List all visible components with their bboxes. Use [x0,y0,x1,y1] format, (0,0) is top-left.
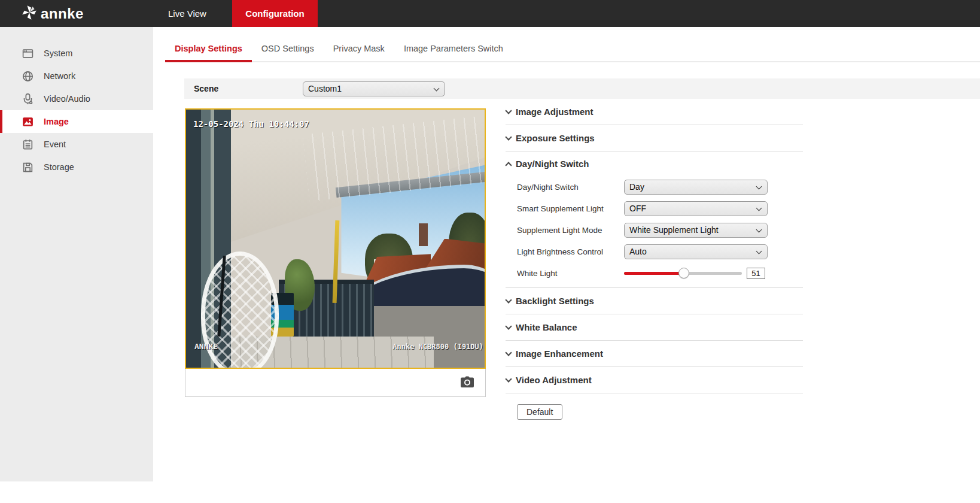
section-image-enhancement: Image Enhancement [506,341,803,367]
section-header-image-adjustment[interactable]: Image Adjustment [506,99,803,125]
setting-row-supplement-light-mode: Supplement Light Mode White Supplement L… [506,219,803,241]
sidebar-item-label: Video/Audio [44,94,90,104]
chevron-down-icon [505,323,512,329]
section-backlight-settings: Backlight Settings [506,288,803,314]
nav-configuration[interactable]: Configuration [232,0,318,27]
chevron-down-icon [505,349,512,356]
section-exposure-settings: Exposure Settings [506,125,803,151]
section-title: Exposure Settings [516,133,595,143]
setting-row-white-light: White Light [506,262,803,284]
image-picture-icon [22,116,34,128]
chevron-down-icon [756,183,762,189]
preview-toolbar [185,369,486,397]
scene-chair-pole [218,256,226,337]
chevron-down-icon [756,248,762,254]
osd-watermark-left: ANNKE [194,342,218,351]
osd-timestamp: 12-05-2024 Thu 10:44:07 [193,119,309,129]
chevron-down-icon [505,107,512,114]
section-title: Image Adjustment [516,107,593,117]
section-header-day-night-switch[interactable]: Day/Night Switch [506,151,803,176]
section-header-image-enhancement[interactable]: Image Enhancement [506,341,803,366]
setting-row-light-brightness-control: Light Brightness Control Auto [506,241,803,262]
setting-label: Day/Night Switch [517,183,624,192]
sidebar-item-storage[interactable]: Storage [0,156,153,178]
osd-watermark-right: Annke NCBR800 (I91DU) [392,343,483,351]
section-title: Day/Night Switch [516,159,589,169]
chevron-down-icon [756,226,762,232]
camera-preview: 12-05-2024 Thu 10:44:07 ANNKE Annke NCBR… [185,108,486,369]
select-value: OFF [629,204,646,213]
day-night-rows: Day/Night Switch Day Smart Supplement Li… [506,176,803,287]
scene-select-value: Custom1 [308,84,342,93]
sidebar-item-image[interactable]: Image [0,110,153,133]
sidebar-item-label: Network [44,71,75,81]
system-window-icon [22,47,34,60]
settings-tabbar: Display Settings OSD Settings Privacy Ma… [165,36,980,62]
event-note-icon [22,138,34,151]
image-settings-panel: Image Adjustment Exposure Settings Day/N… [506,99,803,420]
tab-display-settings[interactable]: Display Settings [165,36,252,61]
sidebar-item-label: Event [44,140,66,149]
select-value: Day [629,182,644,192]
select-value: White Supplement Light [629,225,719,235]
tab-image-parameters-switch[interactable]: Image Parameters Switch [394,36,513,61]
section-header-video-adjustment[interactable]: Video Adjustment [506,367,803,393]
microphone-icon [22,93,34,105]
setting-label: Smart Supplement Light [517,204,624,213]
sidebar-item-label: System [44,49,72,58]
sidebar-item-label: Image [44,117,69,126]
scene-select[interactable]: Custom1 [303,81,445,96]
select-value: Auto [629,247,647,256]
topbar: annke Live View Configuration [0,0,980,27]
nav-live-view[interactable]: Live View [154,0,220,27]
chevron-down-icon [505,296,512,303]
section-title: Backlight Settings [516,296,594,306]
white-light-slider[interactable] [624,268,742,278]
setting-row-smart-supplement-light: Smart Supplement Light OFF [506,198,803,219]
storage-disk-icon [22,161,34,174]
setting-row-day-night-switch: Day/Night Switch Day [506,176,803,198]
scene-chimney [419,223,428,247]
section-header-white-balance[interactable]: White Balance [506,314,803,340]
network-globe-icon [22,70,34,83]
smart-supplement-light-select[interactable]: OFF [624,201,768,216]
brand-logo: annke [20,0,84,27]
white-light-slider-thumb[interactable] [678,268,689,278]
annke-star-icon [20,4,38,24]
section-header-exposure-settings[interactable]: Exposure Settings [506,125,803,151]
supplement-light-mode-select[interactable]: White Supplement Light [624,223,768,238]
scene-hanging-chair [201,252,279,369]
white-light-slider-fill [624,272,684,275]
chevron-down-icon [505,375,512,382]
section-day-night-switch: Day/Night Switch Day/Night Switch Day Sm… [506,151,803,288]
day-night-switch-select[interactable]: Day [624,180,768,195]
sidebar-item-event[interactable]: Event [0,133,153,156]
section-video-adjustment: Video Adjustment [506,367,803,393]
setting-label: White Light [517,269,624,278]
section-white-balance: White Balance [506,314,803,341]
chevron-down-icon [434,86,440,92]
sidebar-item-label: Storage [44,162,74,172]
setting-label: Light Brightness Control [517,247,624,256]
camera-capture-icon[interactable] [460,376,474,388]
section-image-adjustment: Image Adjustment [506,99,803,125]
section-title: White Balance [516,322,577,332]
section-title: Video Adjustment [516,375,592,385]
sidebar-item-network[interactable]: Network [0,65,153,87]
white-light-value-input[interactable] [747,268,765,279]
chevron-up-icon [505,162,512,168]
sidebar: System Network Video/Audio [0,27,153,481]
sidebar-item-system[interactable]: System [0,42,153,65]
sidebar-item-video-audio[interactable]: Video/Audio [0,87,153,110]
chevron-down-icon [756,205,762,211]
tab-osd-settings[interactable]: OSD Settings [252,36,324,61]
chevron-down-icon [505,134,512,140]
setting-label: Supplement Light Mode [517,226,624,235]
section-header-backlight-settings[interactable]: Backlight Settings [506,288,803,314]
scene-bar: Scene Custom1 [184,78,980,99]
section-title: Image Enhancement [516,349,603,359]
tab-privacy-mask[interactable]: Privacy Mask [324,36,394,61]
brand-name: annke [41,5,84,22]
default-button[interactable]: Default [517,404,562,420]
light-brightness-control-select[interactable]: Auto [624,244,768,259]
